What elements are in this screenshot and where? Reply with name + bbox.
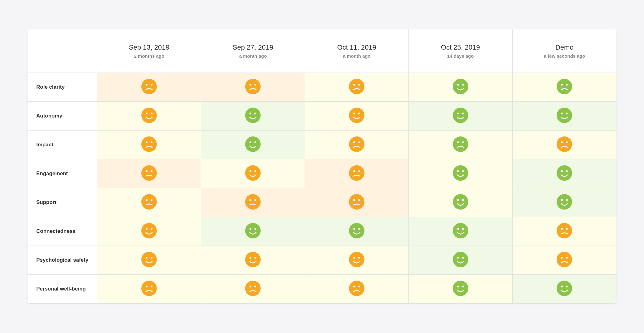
face-icon-0-2 <box>349 78 365 95</box>
cell-0-1 <box>201 73 305 102</box>
svg-point-34 <box>249 141 251 143</box>
svg-point-64 <box>249 199 251 201</box>
cell-6-4 <box>512 246 616 275</box>
svg-point-111 <box>349 281 364 296</box>
svg-point-63 <box>245 194 261 210</box>
cell-7-4 <box>512 275 616 304</box>
svg-point-112 <box>353 286 355 287</box>
svg-point-43 <box>561 141 563 143</box>
svg-point-11 <box>462 84 464 86</box>
svg-point-80 <box>254 228 256 230</box>
face-icon-6-4 <box>556 251 572 268</box>
row-label-4: Support <box>28 188 97 217</box>
cell-4-4 <box>512 188 616 217</box>
svg-point-104 <box>566 257 568 259</box>
cell-3-0 <box>97 159 201 188</box>
header-col-4: Demo a few seconds ago <box>512 29 616 73</box>
svg-point-90 <box>141 252 157 267</box>
face-icon-2-1 <box>245 136 261 152</box>
face-icon-5-3 <box>452 223 469 239</box>
svg-point-103 <box>561 257 563 259</box>
face-icon-7-4 <box>556 280 572 296</box>
cell-1-1 <box>201 102 305 131</box>
svg-point-16 <box>146 113 148 114</box>
cell-5-1 <box>201 217 305 246</box>
face-icon-2-2 <box>349 136 365 152</box>
face-icon-2-4 <box>556 136 572 152</box>
cell-3-3 <box>408 159 512 188</box>
svg-point-105 <box>141 281 157 296</box>
svg-point-75 <box>141 223 157 238</box>
cell-0-0 <box>97 73 201 102</box>
svg-point-85 <box>457 228 459 230</box>
svg-point-13 <box>561 84 563 86</box>
header-date: Oct 25, 2019 <box>415 43 506 51</box>
svg-point-116 <box>462 286 464 287</box>
svg-point-77 <box>151 228 152 230</box>
empty-header <box>28 29 97 73</box>
row-label-6: Psychological safety <box>28 246 97 275</box>
svg-point-67 <box>353 199 355 201</box>
cell-6-2 <box>305 246 409 275</box>
svg-point-36 <box>349 136 364 152</box>
svg-point-95 <box>254 257 256 259</box>
svg-point-8 <box>358 84 360 86</box>
svg-point-28 <box>561 113 563 114</box>
svg-point-25 <box>457 113 459 114</box>
svg-point-87 <box>557 223 572 238</box>
face-icon-1-3 <box>452 107 469 123</box>
cell-3-2 <box>305 159 409 188</box>
header-date: Demo <box>519 43 610 51</box>
cell-7-0 <box>97 275 201 304</box>
face-icon-7-2 <box>349 280 365 296</box>
svg-point-39 <box>453 136 468 152</box>
face-icon-7-1 <box>245 280 261 296</box>
face-icon-6-3 <box>452 251 469 268</box>
header-ago: a month ago <box>311 53 402 59</box>
cell-5-0 <box>97 217 201 246</box>
header-col-2: Oct 11, 2019 a month ago <box>305 29 409 73</box>
cell-5-2 <box>305 217 409 246</box>
cell-2-1 <box>201 131 305 159</box>
svg-point-61 <box>146 199 148 201</box>
cell-1-3 <box>408 102 512 131</box>
svg-point-53 <box>358 170 360 172</box>
svg-point-26 <box>462 113 464 114</box>
face-icon-4-1 <box>245 194 261 210</box>
face-icon-5-2 <box>349 223 365 239</box>
svg-point-18 <box>245 108 261 123</box>
header-date: Sep 13, 2019 <box>104 43 195 51</box>
svg-point-58 <box>561 170 563 172</box>
svg-point-108 <box>245 281 261 296</box>
face-icon-1-2 <box>349 107 365 123</box>
face-icon-7-0 <box>141 280 157 296</box>
svg-point-50 <box>254 170 256 172</box>
svg-point-3 <box>245 79 261 94</box>
svg-point-52 <box>353 170 355 172</box>
svg-point-27 <box>557 108 572 123</box>
svg-point-93 <box>245 252 261 267</box>
svg-point-119 <box>566 286 568 287</box>
svg-point-83 <box>358 228 360 230</box>
svg-point-21 <box>349 108 364 123</box>
header-date: Oct 11, 2019 <box>311 43 402 51</box>
svg-point-45 <box>141 165 157 181</box>
svg-point-41 <box>462 141 464 143</box>
svg-point-89 <box>566 228 568 230</box>
face-icon-5-0 <box>141 223 157 239</box>
svg-point-62 <box>151 199 152 201</box>
cell-7-1 <box>201 275 305 304</box>
cell-6-1 <box>201 246 305 275</box>
cell-2-4 <box>512 131 616 159</box>
header-date: Sep 27, 2019 <box>207 43 298 51</box>
face-icon-3-0 <box>141 165 157 181</box>
face-icon-0-0 <box>141 78 157 95</box>
svg-point-7 <box>353 84 355 86</box>
svg-point-46 <box>146 170 148 172</box>
svg-point-55 <box>457 170 459 172</box>
svg-point-118 <box>561 286 563 287</box>
face-icon-6-0 <box>141 251 157 268</box>
face-icon-2-3 <box>452 136 469 152</box>
face-icon-4-2 <box>349 194 365 210</box>
cell-4-1 <box>201 188 305 217</box>
